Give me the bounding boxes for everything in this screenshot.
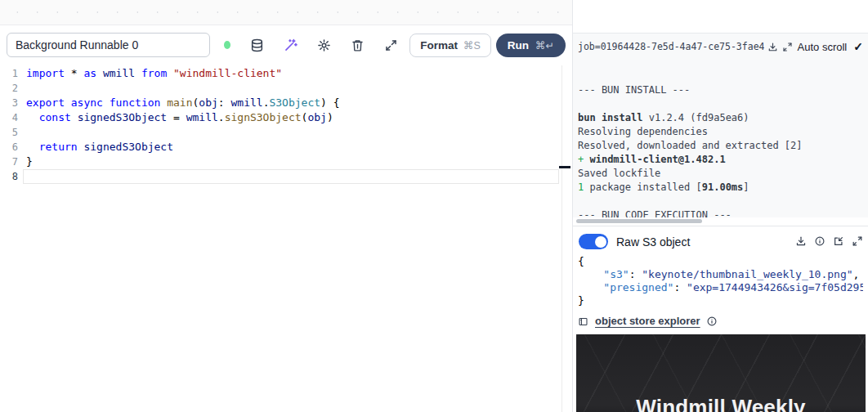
panel-top-spacer (573, 0, 868, 33)
format-shortcut: ⌘S (463, 39, 481, 52)
auto-scroll-control: Auto scroll ✓ (798, 40, 863, 53)
auto-scroll-label: Auto scroll (798, 41, 848, 53)
run-shortcut: ⌘↵ (535, 39, 554, 52)
job-log-section[interactable]: job=01964428-7e5d-4a47-ce75-3fae4 Auto s… (573, 33, 868, 217)
object-store-explorer-link[interactable]: object store explorer (595, 315, 700, 327)
drawer-panel-icon (578, 316, 589, 327)
settings-gear-icon[interactable] (316, 38, 331, 52)
overview-ruler (562, 65, 562, 412)
script-editor-panel: Format ⌘S Run ⌘↵ 12345678 import * as wm… (0, 0, 572, 412)
overview-cursor-mark (559, 166, 570, 168)
editor-toolbar: Format ⌘S Run ⌘↵ (0, 25, 572, 65)
run-button-label: Run (508, 39, 529, 52)
download-log-icon[interactable] (767, 41, 779, 52)
log-header: job=01964428-7e5d-4a47-ce75-3fae4 Auto s… (578, 38, 863, 55)
scrollbar-thumb[interactable] (576, 219, 702, 223)
code-editor[interactable]: 12345678 import * as wmill from "windmil… (0, 65, 572, 412)
log-output: --- BUN INSTALL --- bun install v1.2.4 (… (578, 84, 863, 217)
result-section: Raw S3 object { "s3": "keynote/thumbnail… (573, 234, 868, 412)
trash-icon[interactable] (350, 38, 365, 52)
toggle-knob (595, 236, 606, 248)
object-store-explorer-row: object store explorer (578, 315, 863, 327)
open-in-drawer-icon[interactable] (833, 235, 844, 247)
format-button[interactable]: Format ⌘S (409, 34, 491, 57)
download-result-icon[interactable] (795, 235, 807, 247)
expand-diagonal-icon[interactable] (383, 38, 398, 52)
result-json-output: { "s3": "keynote/thumbnail_weekly_10.png… (578, 255, 863, 307)
database-icon[interactable] (249, 38, 264, 52)
result-actions (795, 235, 863, 247)
raw-s3-toggle-label: Raw S3 object (616, 235, 690, 249)
auto-scroll-checkbox[interactable]: ✓ (853, 40, 863, 53)
run-button[interactable]: Run ⌘↵ (496, 34, 566, 57)
job-output-panel: job=01964428-7e5d-4a47-ce75-3fae4 Auto s… (572, 0, 868, 412)
raw-s3-toggle[interactable] (579, 234, 608, 249)
s3-image-preview: Windmill Weekly (576, 334, 866, 412)
expand-log-icon[interactable] (782, 41, 794, 52)
status-dot-icon (224, 41, 230, 49)
line-numbers: 12345678 (0, 66, 18, 184)
code-content[interactable]: import * as wmill from "windmill-client"… (26, 66, 340, 184)
runnable-name-input[interactable] (7, 33, 210, 57)
format-button-label: Format (420, 39, 458, 52)
fullscreen-result-icon[interactable] (852, 235, 863, 247)
info-icon[interactable] (814, 235, 825, 247)
app-root: Format ⌘S Run ⌘↵ 12345678 import * as wm… (0, 0, 868, 412)
canvas-dotted-background (0, 0, 572, 25)
preview-image-title: Windmill Weekly (576, 395, 866, 412)
panel-divider (573, 226, 868, 226)
log-horizontal-scrollbar (573, 217, 868, 226)
job-id-text: job=01964428-7e5d-4a47-ce75-3fae4 (578, 41, 764, 52)
ai-wand-icon[interactable] (283, 38, 298, 52)
explorer-info-icon[interactable] (706, 316, 718, 327)
